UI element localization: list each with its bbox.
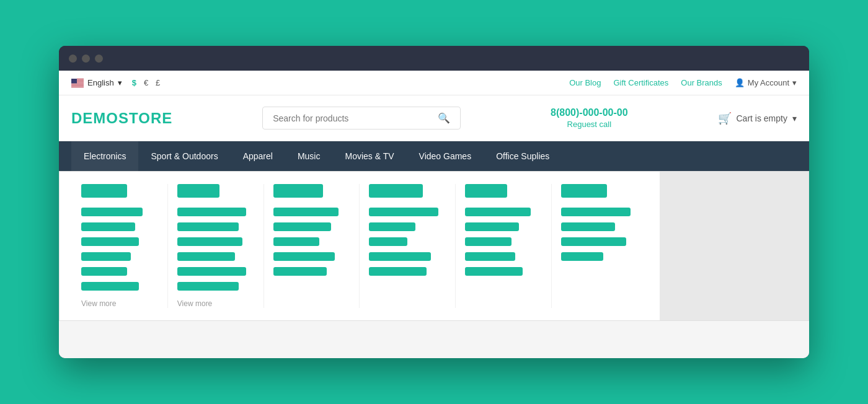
logo-text1: DEMO — [71, 110, 118, 126]
cart-button[interactable]: 🛒 Cart is empty ▾ — [718, 112, 797, 125]
col2-view-more[interactable]: View more — [177, 299, 254, 308]
nav-item-sport[interactable]: Sport & Outdoors — [138, 141, 230, 171]
cart-chevron: ▾ — [792, 113, 797, 123]
col4-item-2[interactable] — [369, 222, 415, 231]
utility-right: Our Blog Gift Certificates Our Brands 👤 … — [569, 78, 797, 87]
browser-dot-green — [95, 55, 103, 63]
page-body — [59, 321, 809, 358]
dropdown-columns: View more View more — [60, 172, 660, 320]
svg-rect-6 — [71, 86, 84, 86]
dropdown-promo-image — [660, 172, 808, 320]
site-logo[interactable]: DEMOSTORE — [71, 110, 172, 127]
col2-item-6[interactable] — [177, 282, 239, 291]
col3-header — [273, 184, 323, 198]
nav-item-apparel[interactable]: Apparel — [231, 141, 285, 171]
cart-icon: 🛒 — [718, 112, 732, 125]
language-label: English — [87, 78, 114, 87]
nav-item-videogames[interactable]: Video Games — [407, 141, 484, 171]
browser-window: English ▾ $ € £ Our Blog Gift Certificat… — [59, 46, 809, 358]
phone-prefix: 8(800)- — [551, 107, 583, 118]
blog-link[interactable]: Our Blog — [569, 78, 601, 87]
browser-content: English ▾ $ € £ Our Blog Gift Certificat… — [59, 71, 809, 358]
col1-header — [81, 184, 127, 198]
nav-item-office[interactable]: Office Suplies — [484, 141, 562, 171]
language-selector[interactable]: English ▾ — [71, 78, 122, 87]
browser-dot-red — [69, 55, 77, 63]
nav-item-movies[interactable]: Movies & TV — [332, 141, 406, 171]
col6-item-1[interactable] — [561, 208, 630, 216]
browser-titlebar — [59, 46, 809, 71]
brands-link[interactable]: Our Brands — [681, 78, 722, 87]
currency-usd[interactable]: $ — [132, 78, 136, 87]
utility-left: English ▾ $ € £ — [71, 78, 160, 87]
col6-item-4[interactable] — [561, 252, 603, 261]
main-header: DEMOSTORE 🔍 8(800)-000-00-00 Reguest cal… — [59, 95, 809, 141]
currency-gbp[interactable]: £ — [156, 78, 160, 87]
phone-number: 8(800)-000-00-00 — [551, 107, 628, 118]
dropdown-col-4 — [360, 184, 456, 308]
col1-view-more[interactable]: View more — [81, 299, 158, 308]
currency-options: $ € £ — [132, 78, 161, 87]
col6-header — [561, 184, 607, 198]
dropdown-col-1: View more — [72, 184, 168, 308]
col3-item-5[interactable] — [273, 267, 327, 276]
gift-cert-link[interactable]: Gift Certificates — [613, 78, 668, 87]
col5-item-4[interactable] — [465, 252, 515, 261]
browser-dot-yellow — [82, 55, 90, 63]
account-icon: 👤 — [735, 78, 745, 87]
account-menu[interactable]: 👤 My Account ▾ — [735, 78, 797, 87]
col3-item-1[interactable] — [273, 208, 339, 216]
col5-item-3[interactable] — [465, 237, 511, 246]
currency-eur[interactable]: € — [144, 78, 148, 87]
dropdown-col-5 — [456, 184, 552, 308]
utility-bar: English ▾ $ € £ Our Blog Gift Certificat… — [59, 71, 809, 95]
col5-item-2[interactable] — [465, 222, 519, 231]
col1-item-6[interactable] — [81, 282, 139, 291]
search-bar[interactable]: 🔍 — [262, 107, 461, 130]
search-input[interactable] — [273, 113, 438, 123]
col4-item-3[interactable] — [369, 237, 407, 246]
request-call-link[interactable]: Reguest call — [567, 120, 612, 129]
cart-label: Cart is empty — [737, 113, 787, 123]
svg-rect-7 — [71, 79, 77, 84]
col3-item-3[interactable] — [273, 237, 319, 246]
col4-item-1[interactable] — [369, 208, 438, 216]
col5-item-5[interactable] — [465, 267, 523, 276]
col2-item-2[interactable] — [177, 222, 239, 231]
col1-item-4[interactable] — [81, 252, 131, 261]
dropdown-col-6 — [552, 184, 647, 308]
col5-header — [465, 184, 507, 198]
col4-item-4[interactable] — [369, 252, 430, 261]
col6-item-2[interactable] — [561, 222, 615, 231]
col2-header — [177, 184, 219, 198]
svg-rect-5 — [71, 84, 84, 85]
col4-item-5[interactable] — [369, 267, 427, 276]
language-chevron: ▾ — [118, 78, 122, 87]
col1-item-5[interactable] — [81, 267, 127, 276]
phone-digits: 000-00-00 — [583, 107, 628, 118]
account-chevron: ▾ — [792, 78, 797, 87]
logo-text2: STORE — [118, 110, 172, 126]
col2-item-5[interactable] — [177, 267, 246, 276]
nav-item-electronics[interactable]: Electronics — [71, 141, 138, 171]
nav-item-music[interactable]: Music — [285, 141, 333, 171]
svg-rect-4 — [71, 83, 84, 84]
nav-bar: Electronics Sport & Outdoors Apparel Mus… — [59, 141, 809, 171]
dropdown-menu: View more View more — [59, 171, 809, 321]
search-icon: 🔍 — [438, 112, 450, 124]
col3-item-2[interactable] — [273, 222, 331, 231]
us-flag-icon — [71, 79, 84, 87]
col4-header — [369, 184, 423, 198]
phone-block: 8(800)-000-00-00 Reguest call — [551, 107, 628, 130]
col2-item-3[interactable] — [177, 237, 242, 246]
col1-item-2[interactable] — [81, 222, 135, 231]
col2-item-4[interactable] — [177, 252, 235, 261]
col1-item-1[interactable] — [81, 208, 143, 216]
col2-item-1[interactable] — [177, 208, 246, 216]
col3-item-4[interactable] — [273, 252, 335, 261]
dropdown-col-3 — [264, 184, 360, 308]
col6-item-3[interactable] — [561, 237, 626, 246]
account-label: My Account — [748, 78, 789, 87]
col5-item-1[interactable] — [465, 208, 530, 216]
col1-item-3[interactable] — [81, 237, 139, 246]
